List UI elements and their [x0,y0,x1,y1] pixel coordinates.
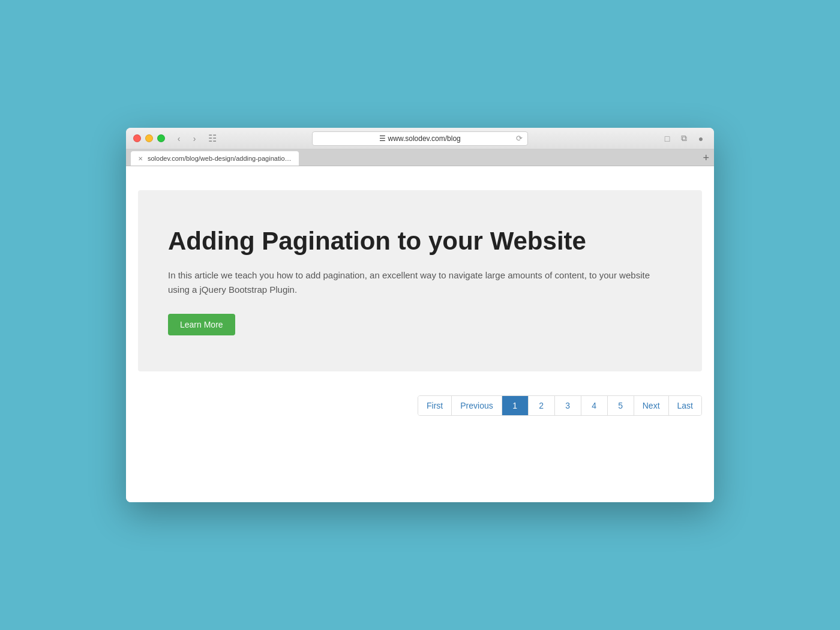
pagination-previous-button[interactable]: Previous [452,396,502,415]
tab-url-text: solodev.com/blog/web-design/adding-pagin… [148,155,292,162]
tab-bar: ✕ solodev.com/blog/web-design/adding-pag… [126,149,714,166]
pagination: First Previous 1 2 3 4 5 Next Last [418,395,702,416]
share-icon[interactable]: □ [661,133,673,145]
address-bar-icon: ☰ [379,134,388,143]
minimize-button[interactable] [145,134,153,142]
article-title: Adding Pagination to your Website [168,226,672,256]
forward-button[interactable]: › [188,132,201,145]
article-description: In this article we teach you how to add … [168,268,660,297]
pagination-page-4-button[interactable]: 4 [581,396,608,415]
pagination-last-button[interactable]: Last [669,396,701,415]
page-content: Adding Pagination to your Website In thi… [126,166,714,502]
pagination-first-button[interactable]: First [418,396,452,415]
hero-section: Adding Pagination to your Website In thi… [138,190,702,371]
traffic-lights [133,134,165,142]
nav-buttons: ‹ › [172,132,201,145]
address-bar-url: www.solodev.com/blog [388,134,461,143]
pagination-page-5-button[interactable]: 5 [608,396,634,415]
sidebar-button[interactable]: ☷ [206,132,219,145]
toolbar-icons: □ ⧉ ● [661,133,707,145]
reload-icon[interactable]: ⟳ [516,134,523,143]
back-button[interactable]: ‹ [172,132,185,145]
pagination-page-1-button[interactable]: 1 [502,396,529,415]
pagination-page-2-button[interactable]: 2 [529,396,555,415]
pagination-container: First Previous 1 2 3 4 5 Next Last [126,371,714,428]
maximize-button[interactable] [157,134,165,142]
pagination-page-3-button[interactable]: 3 [555,396,581,415]
active-tab[interactable]: ✕ solodev.com/blog/web-design/adding-pag… [131,151,299,166]
pagination-next-button[interactable]: Next [634,396,669,415]
learn-more-button[interactable]: Learn More [168,314,235,335]
new-tab-button[interactable]: + [703,152,709,166]
browser-window: ‹ › ☷ ☰ www.solodev.com/blog ⟳ □ ⧉ ● ✕ [126,128,714,502]
address-bar-container: ☰ www.solodev.com/blog ⟳ [312,131,528,146]
desktop: ‹ › ☷ ☰ www.solodev.com/blog ⟳ □ ⧉ ● ✕ [0,0,840,630]
duplicate-icon[interactable]: ⧉ [678,133,690,145]
tab-close-icon[interactable]: ✕ [138,155,143,162]
title-bar: ‹ › ☷ ☰ www.solodev.com/blog ⟳ □ ⧉ ● [126,128,714,149]
address-bar[interactable]: ☰ www.solodev.com/blog ⟳ [312,131,528,146]
download-icon[interactable]: ● [695,133,707,145]
close-button[interactable] [133,134,141,142]
